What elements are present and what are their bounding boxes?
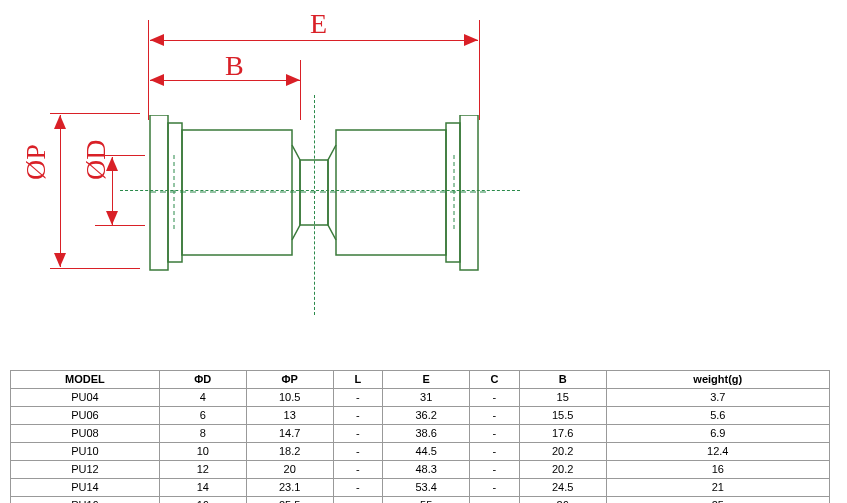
cell-phiD: 10 — [159, 443, 246, 461]
cell-C: - — [470, 389, 520, 407]
cell-B: 26 — [519, 497, 606, 504]
col-E: E — [383, 371, 470, 389]
dim-label-phiP: ØP — [20, 144, 52, 180]
cell-B: 17.6 — [519, 425, 606, 443]
cell-E: 38.6 — [383, 425, 470, 443]
cell-weight: 21 — [606, 479, 829, 497]
ext-line-B-right — [300, 60, 301, 120]
cell-E: 48.3 — [383, 461, 470, 479]
dim-line-B — [150, 80, 300, 81]
col-C: C — [470, 371, 520, 389]
cell-L: - — [333, 425, 383, 443]
ext-line-D-top — [95, 155, 145, 156]
arrow-right-icon — [286, 74, 300, 86]
cell-model: PU10 — [11, 443, 160, 461]
cell-phiD: 12 — [159, 461, 246, 479]
cell-weight: 6.9 — [606, 425, 829, 443]
cell-phiD: 4 — [159, 389, 246, 407]
ext-line-P-top — [50, 113, 140, 114]
table-row: PU141423.1-53.4-24.521 — [11, 479, 830, 497]
cell-model: PU12 — [11, 461, 160, 479]
arrow-down-icon — [106, 211, 118, 225]
arrow-left-icon — [150, 34, 164, 46]
cell-C: - — [470, 461, 520, 479]
fitting-drawing — [140, 115, 490, 275]
cell-phiP: 23.1 — [246, 479, 333, 497]
cell-B: 20.2 — [519, 443, 606, 461]
cell-B: 20.2 — [519, 461, 606, 479]
cell-phiP: 25.5 — [246, 497, 333, 504]
ext-line-E-right — [479, 20, 480, 120]
cell-B: 24.5 — [519, 479, 606, 497]
cell-L: - — [333, 479, 383, 497]
dim-line-P — [60, 115, 61, 267]
cell-E: 36.2 — [383, 407, 470, 425]
cell-C: - — [470, 425, 520, 443]
table-row: PU04410.5-31-153.7 — [11, 389, 830, 407]
col-B: B — [519, 371, 606, 389]
col-weight: weight(g) — [606, 371, 829, 389]
cell-weight: 25 — [606, 497, 829, 504]
table-body: PU04410.5-31-153.7PU06613-36.2-15.55.6PU… — [11, 389, 830, 504]
arrow-down-icon — [54, 253, 66, 267]
cell-E: 44.5 — [383, 443, 470, 461]
col-L: L — [333, 371, 383, 389]
cell-phiP: 18.2 — [246, 443, 333, 461]
cell-phiP: 10.5 — [246, 389, 333, 407]
cell-phiP: 14.7 — [246, 425, 333, 443]
table-header-row: MODEL ΦD ΦP L E C B weight(g) — [11, 371, 830, 389]
cell-E: 55 — [383, 497, 470, 504]
cell-weight: 16 — [606, 461, 829, 479]
cell-B: 15.5 — [519, 407, 606, 425]
cell-C: - — [470, 479, 520, 497]
cell-phiD: 8 — [159, 425, 246, 443]
cell-L: - — [333, 443, 383, 461]
cell-model: PU08 — [11, 425, 160, 443]
cell-weight: 3.7 — [606, 389, 829, 407]
dim-label-E: E — [310, 8, 327, 40]
cell-phiD: 16 — [159, 497, 246, 504]
cell-phiD: 6 — [159, 407, 246, 425]
cell-model: PU04 — [11, 389, 160, 407]
spec-table: MODEL ΦD ΦP L E C B weight(g) PU04410.5-… — [10, 370, 830, 503]
cell-phiD: 14 — [159, 479, 246, 497]
table-row: PU08814.7-38.6-17.66.9 — [11, 425, 830, 443]
cell-phiP: 20 — [246, 461, 333, 479]
dim-label-B: B — [225, 50, 244, 82]
cell-model: PU14 — [11, 479, 160, 497]
cell-E: 53.4 — [383, 479, 470, 497]
table-row: PU06613-36.2-15.55.6 — [11, 407, 830, 425]
cell-C: - — [470, 497, 520, 504]
arrow-right-icon — [464, 34, 478, 46]
cell-L: - — [333, 407, 383, 425]
cell-weight: 12.4 — [606, 443, 829, 461]
arrow-left-icon — [150, 74, 164, 86]
ext-line-E-left — [148, 20, 149, 120]
arrow-up-icon — [54, 115, 66, 129]
cell-L: - — [333, 461, 383, 479]
technical-diagram: E B ØP ØD — [0, 0, 847, 350]
cell-L: - — [333, 389, 383, 407]
table-row: PU121220-48.3-20.216 — [11, 461, 830, 479]
table-row: PU101018.2-44.5-20.212.4 — [11, 443, 830, 461]
cell-model: PU06 — [11, 407, 160, 425]
table-row: PU161625.5-55-2625 — [11, 497, 830, 504]
cell-B: 15 — [519, 389, 606, 407]
dim-line-E — [150, 40, 478, 41]
cell-weight: 5.6 — [606, 407, 829, 425]
arrow-up-icon — [106, 157, 118, 171]
col-phiP: ΦP — [246, 371, 333, 389]
cell-C: - — [470, 443, 520, 461]
ext-line-P-bot — [50, 268, 140, 269]
col-model: MODEL — [11, 371, 160, 389]
cell-phiP: 13 — [246, 407, 333, 425]
cell-model: PU16 — [11, 497, 160, 504]
cell-L: - — [333, 497, 383, 504]
ext-line-D-bot — [95, 225, 145, 226]
cell-E: 31 — [383, 389, 470, 407]
col-phiD: ΦD — [159, 371, 246, 389]
cell-C: - — [470, 407, 520, 425]
